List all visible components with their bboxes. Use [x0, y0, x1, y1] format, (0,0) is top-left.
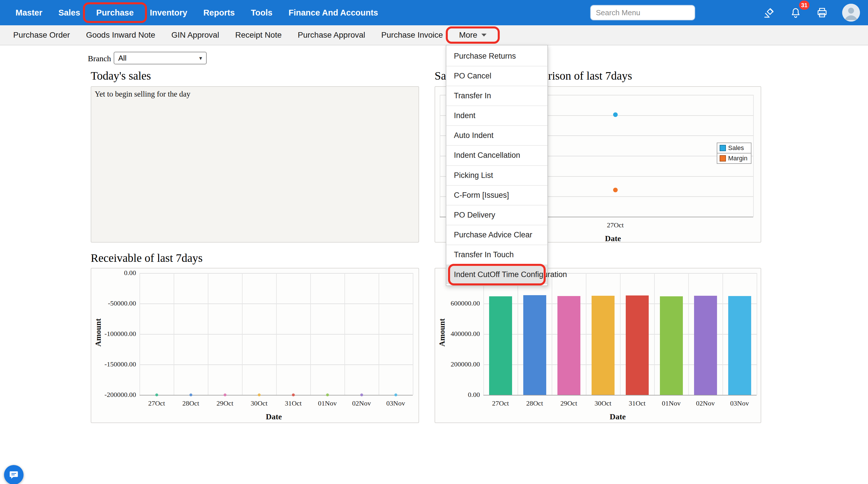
print-button[interactable]: [815, 5, 830, 20]
data-point-31oct: [292, 394, 295, 396]
subnav-item-purchase-approval[interactable]: Purchase Approval: [290, 25, 373, 45]
gridline: [756, 273, 757, 395]
topnav-item-master[interactable]: Master: [7, 0, 51, 25]
notification-badge: 31: [799, 1, 809, 10]
data-point-02nov: [360, 394, 363, 396]
gridline: [140, 273, 140, 395]
x-tick-label: 27Oct: [485, 399, 517, 407]
bar-28oct: [523, 295, 546, 395]
x-tick-label: 29Oct: [209, 399, 241, 407]
menu-item-auto-indent[interactable]: Auto Indent: [446, 125, 547, 145]
gridline: [208, 273, 208, 395]
gavel-button[interactable]: [762, 5, 777, 20]
menu-item-label: Purchase Advice Clear: [454, 230, 532, 239]
notifications-button[interactable]: 31: [788, 5, 803, 20]
gridline: [586, 273, 586, 395]
x-axis-label: Date: [266, 412, 282, 421]
topnav-item-tools[interactable]: Tools: [243, 0, 280, 25]
topnav-item-finance-and-accounts[interactable]: Finance And Accounts: [280, 0, 386, 25]
topnav-item-purchase[interactable]: Purchase: [88, 0, 142, 25]
y-tick-label: 0.00: [91, 269, 136, 277]
subnav-item-label: Purchase Approval: [298, 30, 365, 40]
menu-item-label: Transfer In Touch: [454, 250, 514, 259]
legend: SalesMargin: [717, 143, 751, 164]
menu-item-transfer-in[interactable]: Transfer In: [446, 86, 547, 106]
bar-30oct: [592, 296, 615, 395]
menu-item-purchase-returns[interactable]: Purchase Returns: [446, 47, 547, 66]
menu-item-label: C-Form [Issues]: [454, 191, 509, 199]
menu-item-po-cancel[interactable]: PO Cancel: [446, 66, 547, 86]
menu-item-po-delivery[interactable]: PO Delivery: [446, 205, 547, 225]
topnav-item-label: Reports: [203, 8, 235, 18]
x-tick-label: 30Oct: [243, 399, 275, 407]
subnav-item-gin-approval[interactable]: GIN Approval: [163, 25, 227, 45]
menu-item-transfer-in-touch[interactable]: Transfer In Touch: [446, 245, 547, 264]
x-tick-label: 02Nov: [346, 399, 378, 407]
gridline: [276, 273, 277, 395]
data-point-01nov: [326, 394, 329, 396]
topnav-item-inventory[interactable]: Inventory: [142, 0, 195, 25]
today-sales-title: Today's sales: [91, 69, 151, 83]
gridline: [413, 273, 413, 395]
chat-icon: [9, 469, 19, 480]
x-tick-label: 27Oct: [141, 399, 173, 407]
gridline: [552, 273, 552, 395]
more-menu: Purchase ReturnsPO CancelTransfer InInde…: [446, 45, 548, 286]
menu-item-purchase-advice-clear[interactable]: Purchase Advice Clear: [446, 225, 547, 245]
topnav: MasterSalesPurchaseInventoryReportsTools…: [0, 0, 868, 25]
today-sales-panel: Yet to begin selling for the day: [91, 86, 419, 243]
printer-icon: [816, 7, 828, 19]
search-input[interactable]: [590, 5, 695, 21]
y-tick-label: 200000.00: [435, 361, 480, 368]
x-tick-label: 28Oct: [519, 399, 551, 407]
chat-button[interactable]: [4, 465, 24, 484]
legend-label: Sales: [728, 144, 744, 152]
menu-item-label: PO Cancel: [454, 72, 491, 80]
gridline: [753, 95, 754, 217]
subnav-item-purchase-invoice[interactable]: Purchase Invoice: [373, 25, 451, 45]
subnav-item-receipt-note[interactable]: Receipt Note: [227, 25, 290, 45]
app-root: MasterSalesPurchaseInventoryReportsTools…: [0, 0, 868, 484]
gridline: [620, 273, 621, 395]
topnav-item-label: Finance And Accounts: [288, 8, 378, 18]
x-tick-label: 27Oct: [599, 221, 631, 229]
gridline: [722, 273, 723, 395]
menu-item-picking-list[interactable]: Picking List: [446, 165, 547, 185]
subnav-item-more[interactable]: MorePurchase ReturnsPO CancelTransfer In…: [451, 25, 495, 45]
bar-31oct: [626, 295, 649, 395]
subnav-item-label: Purchase Invoice: [381, 30, 443, 40]
gridline: [379, 273, 379, 395]
menu-item-c-form-issues[interactable]: C-Form [Issues]: [446, 185, 547, 205]
x-tick-label: 30Oct: [587, 399, 619, 407]
menu-item-indent[interactable]: Indent: [446, 106, 547, 125]
gridline: [484, 273, 484, 395]
topnav-right: 31: [590, 4, 860, 22]
subnav-item-goods-inward-note[interactable]: Goods Inward Note: [78, 25, 163, 45]
x-tick-label: 02Nov: [689, 399, 722, 407]
topnav-item-reports[interactable]: Reports: [195, 0, 243, 25]
gridline: [440, 95, 440, 217]
today-sales-empty-message: Yet to begin selling for the day: [95, 90, 190, 98]
data-point-28oct: [189, 394, 192, 396]
sales-data-point: [613, 112, 618, 117]
user-icon: [842, 4, 860, 22]
legend-item-sales[interactable]: Sales: [717, 143, 751, 153]
topnav-item-sales[interactable]: Sales: [51, 0, 88, 25]
legend-label: Margin: [728, 154, 747, 162]
menu-item-indent-cancellation[interactable]: Indent Cancellation: [446, 145, 547, 165]
x-axis-line: [140, 395, 413, 396]
menu-item-indent-cutoff-time-configuration[interactable]: Indent CutOff Time Configuration: [446, 264, 547, 284]
branch-select[interactable]: All ▾: [114, 52, 207, 64]
subnav-item-label: GIN Approval: [172, 30, 219, 40]
topnav-item-label: Tools: [251, 8, 272, 18]
branch-label: Branch: [88, 54, 111, 63]
x-tick-label: 01Nov: [655, 399, 687, 407]
avatar[interactable]: [842, 4, 860, 22]
menu-item-label: Indent Cancellation: [454, 151, 520, 160]
subnav-item-purchase-order[interactable]: Purchase Order: [5, 25, 78, 45]
legend-item-margin[interactable]: Margin: [717, 153, 751, 164]
x-tick-label: 31Oct: [277, 399, 309, 407]
y-tick-label: -150000.00: [91, 361, 136, 368]
subnav-item-label: More: [459, 30, 477, 40]
x-axis-label: Date: [610, 412, 626, 421]
